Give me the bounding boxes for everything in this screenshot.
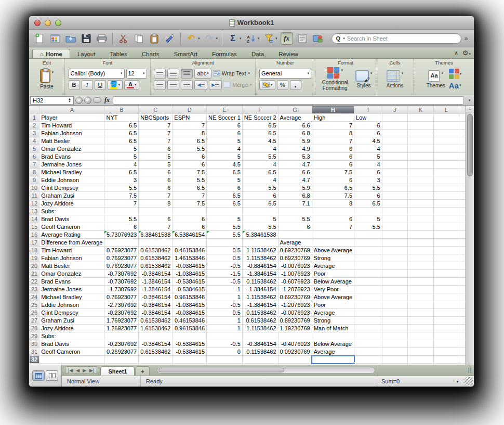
cell-I19[interactable] <box>354 254 382 262</box>
cell-C13[interactable] <box>139 208 173 215</box>
cell-L30[interactable] <box>433 340 459 348</box>
cell-E23[interactable]: -1 <box>207 286 243 293</box>
cell-D4[interactable]: 6.5 <box>173 137 207 145</box>
cell-E10[interactable]: 6 <box>207 184 243 192</box>
cell-F26[interactable]: 0.11538462 <box>242 309 278 317</box>
cell-H6[interactable]: 6 <box>312 153 354 161</box>
cell-B27[interactable]: 1.76923077 <box>104 317 139 325</box>
cell-F23[interactable]: -1.3846154 <box>242 286 278 293</box>
cell-J4[interactable] <box>382 137 407 145</box>
cell-B18[interactable]: 0.76923077 <box>104 247 139 254</box>
cell-L32[interactable] <box>433 356 459 364</box>
cell-E32[interactable] <box>207 356 243 364</box>
cell-B30[interactable]: -0.2307692 <box>104 340 139 348</box>
cell-J17[interactable] <box>382 239 407 247</box>
cell-partial-2[interactable] <box>459 122 466 130</box>
cell-F29[interactable] <box>242 332 278 340</box>
cell-H26[interactable]: Average <box>312 309 354 317</box>
cell-F14[interactable]: 5 <box>242 215 278 223</box>
cell-K28[interactable] <box>407 325 433 332</box>
cell-H24[interactable]: Above Average <box>312 293 354 301</box>
cell-E5[interactable]: 4 <box>207 145 243 153</box>
cell-D26[interactable]: -0.0384615 <box>173 309 207 317</box>
cell-C31[interactable]: 0.61538462 <box>139 348 173 356</box>
cell-F5[interactable]: 4 <box>242 145 278 153</box>
tab-layout[interactable]: Layout <box>70 49 103 58</box>
cell-F30[interactable]: -0.3846154 <box>242 340 278 348</box>
cell-I2[interactable]: 6 <box>354 122 382 130</box>
cell-F11[interactable]: 6 <box>242 192 278 200</box>
cell-J19[interactable] <box>382 254 407 262</box>
row-header-29[interactable]: 29 <box>30 332 39 340</box>
cell-B21[interactable]: -0.7307692 <box>104 270 139 278</box>
cell-H23[interactable]: Very Poor <box>312 286 354 293</box>
cell-J18[interactable] <box>382 247 407 254</box>
cell-J30[interactable] <box>382 340 407 348</box>
cell-D13[interactable] <box>173 208 207 215</box>
cell-A15[interactable]: Geoff Cameron <box>39 223 104 231</box>
actions-button[interactable]: ▾ Actions <box>387 70 404 88</box>
cell-B10[interactable]: 5.5 <box>104 184 139 192</box>
cell-H19[interactable]: Strong <box>312 254 354 262</box>
cell-B8[interactable]: 6.5 <box>104 169 139 176</box>
row-header-10[interactable]: 10 <box>30 184 39 192</box>
cell-A2[interactable]: Tim Howard <box>39 122 104 130</box>
cell-I28[interactable] <box>354 325 382 332</box>
cell-D17[interactable] <box>173 239 207 247</box>
cell-F9[interactable]: 4 <box>242 176 278 184</box>
cell-B6[interactable]: 5 <box>104 153 139 161</box>
cell-E20[interactable]: -0.5 <box>207 262 243 270</box>
cell-L18[interactable] <box>433 247 459 254</box>
cell-C17[interactable] <box>139 239 173 247</box>
cell-E9[interactable]: 5 <box>207 176 243 184</box>
cell-A26[interactable]: Clint Dempsey <box>39 309 104 317</box>
cell-J6[interactable] <box>382 153 407 161</box>
cell-partial-9[interactable] <box>459 176 466 184</box>
save-icon[interactable] <box>80 32 92 45</box>
cell-A21[interactable]: Omar Gonzalez <box>39 270 104 278</box>
cell-K31[interactable] <box>407 348 433 356</box>
cell-H3[interactable]: 8 <box>312 130 354 137</box>
column-header-H[interactable]: H <box>312 106 354 114</box>
cell-I15[interactable]: 5.5 <box>354 223 382 231</box>
row-header-18[interactable]: 18 <box>30 247 39 254</box>
sum-dropdown-icon[interactable]: ▼ <box>456 380 459 383</box>
cell-H30[interactable]: Below Average <box>312 340 354 348</box>
cell-H28[interactable]: Man of Match <box>312 325 354 332</box>
cell-H7[interactable]: 6 <box>312 161 354 169</box>
cell-C29[interactable] <box>139 332 173 340</box>
column-header-I[interactable]: I <box>354 106 382 114</box>
cell-A12[interactable]: Jozy Altidore <box>39 200 104 208</box>
currency-button[interactable]: ▾ <box>259 80 275 90</box>
cell-G29[interactable] <box>278 332 312 340</box>
cell-G5[interactable]: 4.9 <box>278 145 312 153</box>
cell-A7[interactable]: Jermaine Jones <box>39 161 104 169</box>
title-bar[interactable]: Workbook1 <box>29 16 474 30</box>
cell-A27[interactable]: Graham Zusi <box>39 317 104 325</box>
cell-partial-21[interactable] <box>459 270 466 278</box>
cell-D28[interactable]: 0.96153846 <box>173 325 207 332</box>
row-header-9[interactable]: 9 <box>30 176 39 184</box>
cell-C23[interactable]: -1.3846154 <box>139 286 173 293</box>
cell-D20[interactable]: -0.0384615 <box>173 262 207 270</box>
cell-C15[interactable]: 7 <box>139 223 173 231</box>
cell-L14[interactable] <box>433 215 459 223</box>
cell-G32[interactable] <box>278 356 312 364</box>
cell-G30[interactable]: -0.4076923 <box>278 340 312 348</box>
number-format-select[interactable]: General▾ <box>259 69 311 79</box>
first-sheet-icon[interactable]: |◀ <box>68 368 73 373</box>
cell-J5[interactable] <box>382 145 407 153</box>
cell-B20[interactable]: 0.76923077 <box>104 262 139 270</box>
font-color-button[interactable]: A▾ <box>124 80 139 90</box>
column-header-G[interactable]: G <box>278 106 312 114</box>
sheet-tab-sheet1[interactable]: Sheet1 <box>100 366 135 376</box>
cell-J1[interactable] <box>382 114 407 122</box>
cell-A25[interactable]: Eddie Johnson <box>39 301 104 309</box>
cell-L9[interactable] <box>433 176 459 184</box>
cell-A31[interactable]: Geoff Cameron <box>39 348 104 356</box>
cell-L28[interactable] <box>433 325 459 332</box>
cell-F31[interactable]: 0.11538462 <box>242 348 278 356</box>
cell-partial-20[interactable] <box>459 262 466 270</box>
cell-J26[interactable] <box>382 309 407 317</box>
cell-J14[interactable] <box>382 215 407 223</box>
